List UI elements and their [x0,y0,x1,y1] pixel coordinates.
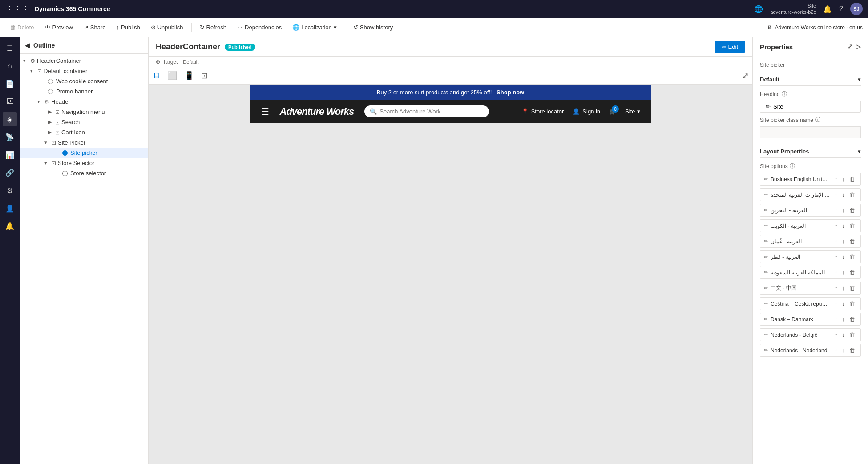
container-icon: ⊡ [37,68,42,74]
tree-item-wcp-cookie[interactable]: Wcp cookie consent [20,76,148,86]
dependencies-button[interactable]: ↔ Dependencies [233,22,286,32]
tablet-landscape-icon[interactable]: ⬜ [167,71,177,81]
move-down-button[interactable]: ↓ [840,284,847,292]
outline-collapse-icon[interactable]: ◀ [25,42,30,49]
sidebar-item-home[interactable]: ⌂ [3,59,17,73]
delete-option-button[interactable]: 🗑 [848,190,857,199]
tree-item-header[interactable]: ▾ ⚙ Header [20,97,148,107]
site-option-item: ✏ المملكة العربية السعودية ... ↑ ↓ 🗑 [760,266,861,279]
tree-item-default-container[interactable]: ▾ ⊡ Default container [20,66,148,76]
move-up-button[interactable]: ↑ [833,237,840,246]
promo-link[interactable]: Shop now [497,89,524,96]
move-up-button[interactable]: ↑ [833,190,840,199]
share-button[interactable]: ↗ Share [79,22,110,32]
delete-option-button[interactable]: 🗑 [848,299,857,308]
delete-option-button[interactable]: 🗑 [848,237,857,246]
show-history-button[interactable]: ↺ Show history [349,22,397,32]
cart-action[interactable]: 🛒 0 [609,108,616,115]
tree-item-site-picker[interactable]: Site picker [20,148,148,158]
delete-option-button[interactable]: 🗑 [848,175,857,183]
move-up-button[interactable]: ↑ [833,175,840,183]
sidebar-item-components[interactable]: ◈ [3,112,17,126]
move-down-button[interactable]: ↓ [840,315,847,323]
outline-header: ◀ Outline [20,37,148,54]
sidebar-item-settings[interactable]: ⚙ [3,183,17,198]
move-down-button[interactable]: ↓ [840,253,847,261]
sidebar-item-links[interactable]: 🔗 [3,165,17,180]
hamburger-icon[interactable]: ☰ [261,106,269,117]
site-picker-action[interactable]: Site ▾ [625,108,640,115]
sidebar-item-analytics[interactable]: 📊 [3,148,17,162]
move-down-button[interactable]: ↓ [840,268,847,277]
desktop-icon[interactable]: 🖥 [152,71,160,81]
move-down-button[interactable]: ↓ [840,222,847,230]
search-box[interactable]: 🔍 [364,105,489,117]
tree-item-store-selector-container[interactable]: ▾ ⊡ Store Selector [20,158,148,168]
localization-button[interactable]: 🌐 Localization ▾ [288,22,341,32]
move-down-button[interactable]: ↓ [840,206,847,214]
move-down-button[interactable]: ↓ [840,346,847,355]
sidebar-item-users[interactable]: 👤 [3,201,17,215]
tree-item-nav-menu[interactable]: ▶ ⊡ Navigation menu [20,107,148,117]
sidebar-item-media[interactable]: 🖼 [3,94,17,109]
avatar[interactable]: SJ [850,3,863,15]
delete-option-button[interactable]: 🗑 [848,315,857,323]
sidebar-toggle[interactable]: ☰ [3,41,17,55]
move-down-button[interactable]: ↓ [840,331,847,339]
delete-button[interactable]: 🗑 Delete [5,22,39,32]
tree-item-search[interactable]: ▶ ⊡ Search [20,117,148,127]
move-up-button[interactable]: ↑ [833,346,840,355]
mobile-icon[interactable]: ⊡ [201,71,208,81]
move-down-button[interactable]: ↓ [840,299,847,308]
sidebar-item-pages[interactable]: 📄 [3,77,17,91]
preview-button[interactable]: 👁 Preview [40,22,77,32]
move-up-button[interactable]: ↑ [833,222,840,230]
move-up-button[interactable]: ↑ [833,268,840,277]
properties-expand-icon[interactable]: ⤢ [847,43,853,51]
delete-option-button[interactable]: 🗑 [848,206,857,214]
move-up-button[interactable]: ↑ [833,284,840,292]
refresh-button[interactable]: ↻ Refresh [195,22,231,32]
tree-item-cart-icon[interactable]: ▶ ⊡ Cart Icon [20,127,148,137]
search-input[interactable] [379,108,484,115]
delete-option-button[interactable]: 🗑 [848,222,857,230]
move-down-button[interactable]: ↓ [840,237,847,246]
default-section-header[interactable]: Default ▾ [760,73,861,86]
delete-option-button[interactable]: 🗑 [848,284,857,292]
delete-option-button[interactable]: 🗑 [848,346,857,355]
delete-option-button[interactable]: 🗑 [848,253,857,261]
tree-item-header-container[interactable]: ▾ ⚙ HeaderContainer [20,56,148,66]
layout-section-header[interactable]: Layout Properties ▾ [760,145,861,158]
notification-icon[interactable]: 🔔 [823,5,832,13]
delete-option-button[interactable]: 🗑 [848,268,857,277]
store-locator-action[interactable]: 📍 Store locator [521,108,564,115]
sidebar-item-channels[interactable]: 📡 [3,130,17,144]
move-up-button[interactable]: ↑ [833,253,840,261]
unpublish-button[interactable]: ⊘ Unpublish [146,22,188,32]
edit-button[interactable]: ✏ Edit [715,41,745,53]
separator2 [345,23,345,32]
expand-icon[interactable]: ⤢ [742,71,749,81]
publish-icon: ↑ [117,24,120,31]
sign-in-action[interactable]: 👤 Sign in [573,108,600,115]
class-name-input[interactable] [760,126,861,138]
sidebar-item-notifications[interactable]: 🔔 [3,219,17,233]
delete-option-button[interactable]: 🗑 [848,331,857,339]
tree-item-store-selector[interactable]: Store selector [20,168,148,178]
properties-collapse-icon[interactable]: ▷ [856,43,861,51]
heading-button[interactable]: ✏ Site [760,101,861,113]
tree-item-site-picker-container[interactable]: ▾ ⊡ Site Picker [20,137,148,148]
help-icon[interactable]: ? [839,5,843,13]
move-down-button[interactable]: ↓ [840,175,847,183]
move-up-button[interactable]: ↑ [833,299,840,308]
canvas-scroll[interactable]: Buy 2 or more surf products and get 25% … [149,85,752,464]
move-up-button[interactable]: ↑ [833,331,840,339]
publish-button[interactable]: ↑ Publish [112,22,145,32]
waffle-icon[interactable]: ⋮⋮⋮ [5,4,29,14]
tree-item-promo-banner[interactable]: Promo banner [20,86,148,97]
move-down-button[interactable]: ↓ [840,190,847,199]
move-up-button[interactable]: ↑ [833,206,840,214]
tablet-portrait-icon[interactable]: 📱 [184,71,194,81]
move-up-button[interactable]: ↑ [833,315,840,323]
site-option-label: العربية - غُمان [771,238,830,245]
